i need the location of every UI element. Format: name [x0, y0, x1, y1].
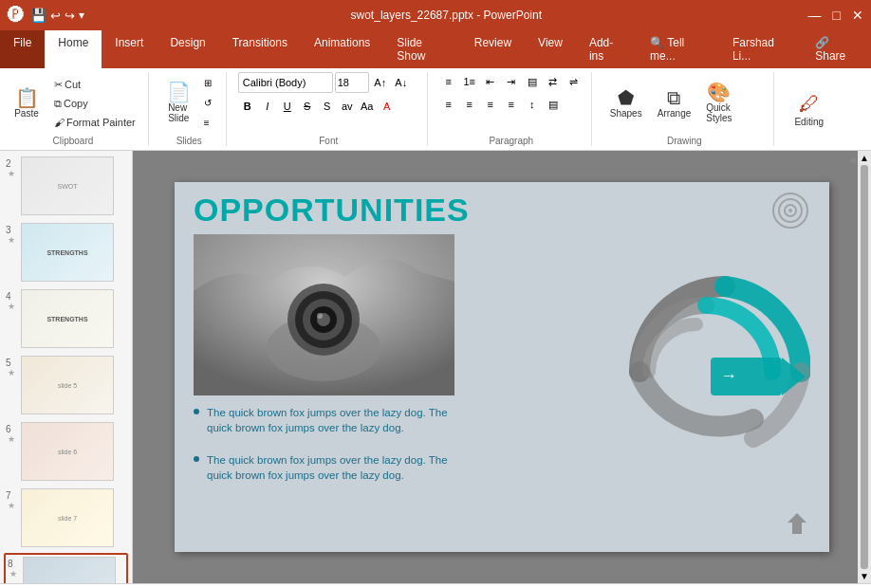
font-color-btn[interactable]: A: [378, 97, 397, 116]
slides-group: 📄 NewSlide ⊞ ↺ ≡ Slides: [160, 72, 227, 146]
numbering-btn[interactable]: 1≡: [460, 72, 479, 91]
bullet-text-1: The quick brown fox jumps over the lazy …: [207, 405, 454, 435]
tab-tellme[interactable]: 🔍 Tell me...: [637, 30, 719, 68]
paste-button[interactable]: 📋 Paste: [6, 84, 47, 122]
slide-panel: 2 ★ SWOT 3 ★ STRENGTHS 4 ★ STRENGTHS: [0, 151, 133, 583]
new-slide-icon: 📄: [167, 83, 191, 101]
star-3: ★: [8, 235, 15, 245]
tab-user[interactable]: Farshad Li...: [719, 30, 802, 68]
copy-button[interactable]: ⧉ Copy: [49, 95, 140, 113]
slide-thumb-6[interactable]: 6 ★ slide 6: [4, 420, 128, 483]
tab-animations[interactable]: Animations: [301, 30, 383, 68]
columns-btn[interactable]: ▤: [523, 72, 542, 91]
underline-button[interactable]: U: [278, 97, 297, 116]
save-qat-icon[interactable]: 💾: [30, 8, 46, 23]
align-center-btn[interactable]: ≡: [460, 95, 479, 114]
slide-num-6: 6: [6, 422, 17, 434]
format-painter-button[interactable]: 🖌 Format Painter: [49, 114, 140, 131]
bullets-btn[interactable]: ≡: [439, 72, 458, 91]
slide-reset-btn[interactable]: ↺: [199, 94, 216, 112]
close-button[interactable]: ✕: [852, 8, 863, 23]
cut-button[interactable]: ✂ Cut: [49, 76, 140, 94]
direction-btn[interactable]: ⇄: [544, 72, 563, 91]
redo-qat-icon[interactable]: ↪: [65, 9, 75, 23]
column-btn2[interactable]: ▤: [544, 95, 563, 114]
shapes-icon: ⬟: [618, 88, 634, 107]
bold-button[interactable]: B: [238, 97, 257, 116]
line-spacing-btn[interactable]: ↕: [523, 95, 542, 114]
font-size-input[interactable]: [335, 72, 369, 93]
slide-thumb-7[interactable]: 7 ★ slide 7: [4, 487, 128, 549]
strikethrough-button[interactable]: S: [298, 97, 317, 116]
convert-btn[interactable]: ⇌: [565, 72, 584, 91]
align-right-btn[interactable]: ≡: [481, 95, 500, 114]
align-left-btn[interactable]: ≡: [439, 95, 458, 114]
slide-img-4: STRENGTHS: [21, 289, 114, 348]
tab-review[interactable]: Review: [461, 30, 525, 68]
slide-thumb-8[interactable]: 8 ★ OPPORTUNITIES: [4, 553, 128, 583]
title-bar: 🅟 💾 ↩ ↪ ▾ swot_layers_22687.pptx - Power…: [0, 0, 871, 30]
para-row2: ≡ ≡ ≡ ≡ ↕ ▤: [439, 95, 563, 114]
paragraph-group-content: ≡ 1≡ ⇤ ⇥ ▤ ⇄ ⇌ ≡ ≡ ≡ ≡ ↕ ▤: [439, 72, 584, 134]
tab-addins[interactable]: Add-ins: [576, 30, 637, 68]
increase-font-btn[interactable]: A↑: [371, 73, 390, 92]
maximize-button[interactable]: □: [833, 8, 841, 23]
case-button[interactable]: Aa: [358, 97, 377, 116]
justify-btn[interactable]: ≡: [502, 95, 521, 114]
indent-more-btn[interactable]: ⇥: [502, 72, 521, 91]
font-face-input[interactable]: [238, 72, 333, 93]
slide-layout-btn[interactable]: ⊞: [199, 74, 216, 92]
bullet-item-1: The quick brown fox jumps over the lazy …: [194, 405, 454, 435]
ribbon-content: 📋 Paste ✂ Cut ⧉ Copy 🖌 Format Painter Cl…: [0, 68, 871, 150]
svg-point-11: [317, 313, 323, 319]
minimize-button[interactable]: —: [808, 8, 822, 23]
bullet-dot-2: [194, 456, 199, 462]
slide-thumb-2[interactable]: 2 ★ SWOT: [4, 155, 128, 217]
bullet-dot-1: [194, 409, 199, 414]
font-group-content: A↑ A↓ B I U S S av Aa A: [238, 72, 419, 134]
scroll-down-btn[interactable]: ▼: [860, 571, 869, 581]
slide-num-8: 8: [8, 557, 19, 569]
drawing-group-content: ⬟ Shapes ⧉ Arrange 🎨 QuickStyles: [603, 72, 766, 134]
tab-design[interactable]: Design: [157, 30, 218, 68]
paste-icon: 📋: [15, 88, 39, 107]
star-2: ★: [8, 169, 15, 178]
new-slide-button[interactable]: 📄 NewSlide: [160, 79, 197, 127]
slide-thumb-3[interactable]: 3 ★ STRENGTHS: [4, 221, 128, 284]
tab-share[interactable]: 🔗 Share: [802, 30, 871, 68]
cut-icon: ✂: [54, 79, 63, 91]
scroll-up-btn[interactable]: ▲: [860, 153, 869, 163]
star-4: ★: [8, 302, 15, 311]
tab-view[interactable]: View: [525, 30, 576, 68]
expand-icon[interactable]: ◀: [848, 155, 858, 165]
text-shadow-button[interactable]: S: [318, 97, 337, 116]
title-bar-left: 🅟 💾 ↩ ↪ ▾: [8, 6, 84, 26]
tab-transitions[interactable]: Transitions: [219, 30, 301, 68]
drawing-label: Drawing: [603, 136, 766, 146]
slide-section-btn[interactable]: ≡: [199, 114, 216, 132]
star-7: ★: [8, 501, 15, 510]
slide-canvas[interactable]: OPPORTUNITIES: [175, 182, 829, 552]
tab-slideshow[interactable]: Slide Show: [383, 30, 460, 68]
slide-bullets: The quick brown fox jumps over the lazy …: [194, 405, 454, 500]
arrange-button[interactable]: ⧉ Arrange: [651, 84, 698, 122]
window-controls: — □ ✕: [808, 8, 863, 23]
tab-home[interactable]: Home: [45, 30, 102, 68]
character-spacing-btn[interactable]: av: [338, 97, 357, 116]
shapes-button[interactable]: ⬟ Shapes: [603, 84, 649, 122]
clipboard-label: Clipboard: [6, 136, 140, 146]
svg-marker-15: [788, 513, 806, 534]
quick-styles-button[interactable]: 🎨 QuickStyles: [699, 79, 738, 127]
tab-insert[interactable]: Insert: [102, 30, 157, 68]
italic-button[interactable]: I: [258, 97, 277, 116]
slide-img-5: slide 5: [21, 356, 114, 414]
indent-less-btn[interactable]: ⇤: [481, 72, 500, 91]
slide-thumb-5[interactable]: 5 ★ slide 5: [4, 354, 128, 416]
slide-thumb-4[interactable]: 4 ★ STRENGTHS: [4, 287, 128, 350]
powerpoint-icon: 🅟: [8, 6, 25, 26]
font-label: Font: [238, 136, 419, 146]
tab-file[interactable]: File: [0, 30, 45, 68]
decrease-font-btn[interactable]: A↓: [392, 73, 411, 92]
notes-bar[interactable]: Click to add notes: [0, 583, 871, 588]
undo-qat-icon[interactable]: ↩: [50, 9, 61, 23]
